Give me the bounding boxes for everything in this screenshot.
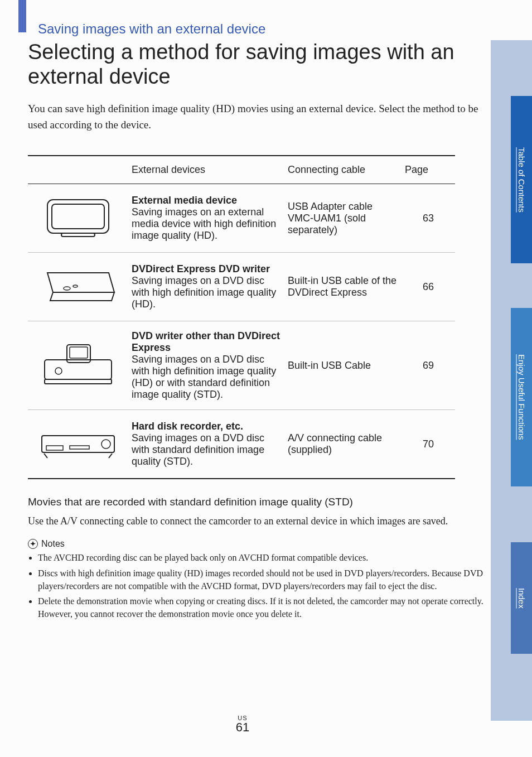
side-tabs: Table of Contents Enjoy Useful Functions… (491, 40, 532, 721)
svg-point-3 (64, 287, 70, 290)
svg-rect-11 (46, 446, 63, 450)
device-page-link[interactable]: 70 (402, 410, 455, 479)
table-row: DVD writer other than DVDirect Express S… (28, 321, 455, 410)
device-desc: Saving images on an external media devic… (132, 206, 281, 242)
notes-heading: ✦ Notes (28, 539, 532, 549)
external-hdd-icon (36, 193, 120, 240)
device-page-link[interactable]: 63 (402, 184, 455, 253)
sub-body: Use the A/V connecting cable to connect … (28, 514, 532, 529)
svg-point-4 (73, 285, 78, 287)
table-row: Hard disk recorder, etc. Saving images o… (28, 410, 455, 479)
svg-line-15 (109, 454, 112, 458)
table-row: DVDirect Express DVD writer Saving image… (28, 253, 455, 321)
device-cable: Built-in USB Cable (284, 321, 402, 410)
intro-paragraph: You can save high definition image quali… (28, 101, 532, 133)
svg-point-12 (101, 440, 110, 449)
header-devices: External devices (128, 156, 284, 184)
svg-rect-1 (52, 204, 104, 229)
device-desc: Saving images on a DVD disc with high de… (132, 275, 281, 310)
table-row: External media device Saving images on a… (28, 184, 455, 253)
devices-table: External devices Connecting cable Page E… (28, 155, 455, 479)
device-title: External media device (132, 195, 281, 206)
page-number-value: 61 (236, 720, 249, 734)
section-accent-bar (18, 0, 26, 32)
svg-rect-2 (61, 233, 95, 237)
device-cable: A/V connecting cable (supplied) (284, 410, 402, 479)
list-item: The AVCHD recording disc can be played b… (38, 551, 487, 564)
page-number: US 61 (0, 715, 485, 735)
device-page-link[interactable]: 66 (402, 253, 455, 321)
svg-point-9 (55, 368, 62, 374)
list-item: Discs with high definition image quality… (38, 567, 487, 592)
notes-icon: ✦ (28, 539, 38, 549)
notes-label-text: Notes (41, 539, 65, 549)
svg-rect-6 (45, 379, 112, 384)
subheading-std: Movies that are recorded with standard d… (28, 496, 532, 508)
dvd-express-icon (36, 262, 120, 309)
device-title: DVD writer other than DVDirect Express (132, 330, 281, 354)
device-desc: Saving images on a DVD disc with high de… (132, 354, 281, 401)
dvd-writer-icon (36, 340, 120, 388)
hdd-recorder-icon (36, 419, 120, 466)
header-page: Page (402, 156, 455, 184)
svg-rect-13 (70, 446, 89, 449)
device-title: DVDirect Express DVD writer (132, 263, 281, 275)
device-page-link[interactable]: 69 (402, 321, 455, 410)
page-title: Selecting a method for saving images wit… (28, 40, 532, 89)
device-desc: Saving images on a DVD disc with standar… (132, 432, 281, 467)
device-cable: Built-in USB cable of the DVDirect Expre… (284, 253, 402, 321)
tab-index[interactable]: Index (511, 542, 532, 654)
device-cable: USB Adapter cable VMC-UAM1 (sold separat… (284, 184, 402, 253)
tab-table-of-contents[interactable]: Table of Contents (511, 96, 532, 263)
svg-line-14 (44, 454, 47, 458)
tab-enjoy-useful-functions[interactable]: Enjoy Useful Functions (511, 308, 532, 486)
list-item: Delete the demonstration movie when copy… (38, 595, 487, 620)
header-cable: Connecting cable (284, 156, 402, 184)
svg-rect-8 (70, 347, 88, 358)
section-heading: Saving images with an external device (38, 21, 532, 37)
notes-list: The AVCHD recording disc can be played b… (28, 551, 532, 620)
device-title: Hard disk recorder, etc. (132, 421, 281, 432)
